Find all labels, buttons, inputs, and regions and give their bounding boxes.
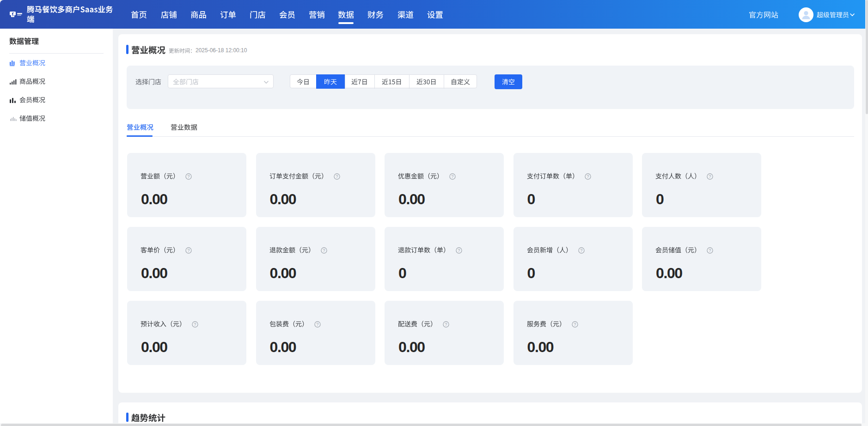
svg-text:?: ? [187, 248, 189, 253]
svg-text:?: ? [445, 322, 447, 327]
svg-text:?: ? [574, 322, 576, 327]
svg-text:?: ? [709, 248, 711, 253]
svg-text:?: ? [194, 322, 196, 327]
svg-text:?: ? [316, 322, 318, 327]
svg-text:?: ? [336, 174, 338, 179]
svg-text:?: ? [580, 248, 582, 253]
svg-text:?: ? [587, 174, 589, 179]
svg-text:?: ? [451, 174, 453, 179]
svg-text:?: ? [458, 248, 460, 253]
svg-text:?: ? [709, 174, 711, 179]
svg-text:?: ? [187, 174, 189, 179]
svg-text:?: ? [323, 248, 325, 253]
